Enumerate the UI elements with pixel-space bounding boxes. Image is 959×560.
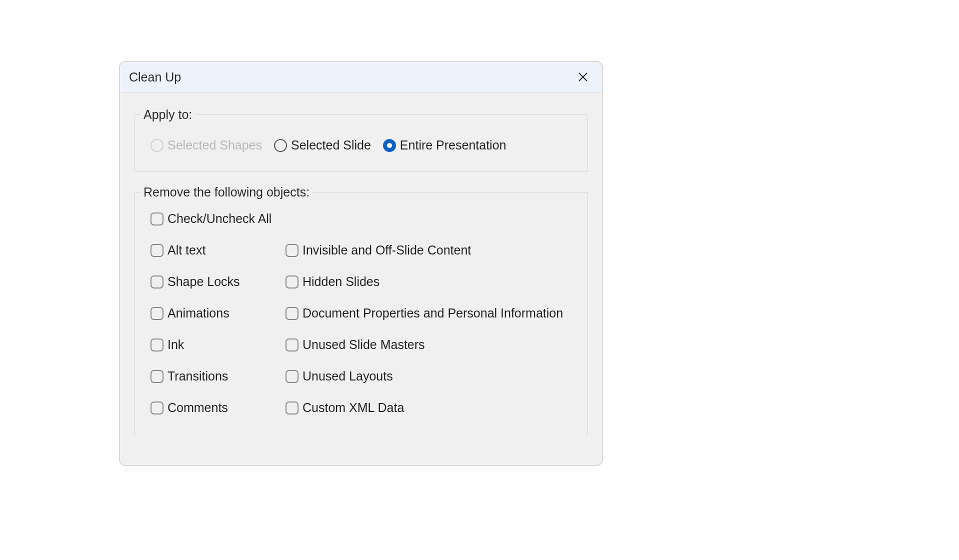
checkbox-check-all[interactable]: Check/Uncheck All xyxy=(150,212,576,226)
checkbox-label: Invisible and Off-Slide Content xyxy=(302,243,471,258)
checkbox-label: Custom XML Data xyxy=(302,400,404,415)
checkbox-ink[interactable]: Ink xyxy=(150,338,286,352)
remove-objects-group: Remove the following objects: Check/Unch… xyxy=(134,185,588,437)
radio-icon xyxy=(274,139,287,152)
checkbox-icon xyxy=(150,402,164,414)
close-button[interactable] xyxy=(573,67,593,87)
checkbox-doc-properties[interactable]: Document Properties and Personal Informa… xyxy=(286,306,576,320)
checkbox-alt-text[interactable]: Alt text xyxy=(150,243,286,258)
checkbox-label: Comments xyxy=(168,400,228,415)
checkbox-transitions[interactable]: Transitions xyxy=(150,369,286,384)
radio-icon xyxy=(150,139,164,152)
checkbox-icon xyxy=(286,338,298,352)
checkbox-icon xyxy=(150,276,164,288)
checkbox-animations[interactable]: Animations xyxy=(150,306,286,320)
checkbox-label: Ink xyxy=(168,338,184,352)
checkbox-icon xyxy=(150,307,164,320)
checkbox-label: Transitions xyxy=(168,369,228,384)
radio-label: Selected Slide xyxy=(291,138,371,152)
radio-entire-presentation[interactable]: Entire Presentation xyxy=(383,138,506,152)
apply-to-group: Apply to: Selected Shapes Selected Slide… xyxy=(134,108,588,172)
checkbox-col-left: Alt text Shape Locks Animations Ink xyxy=(150,243,286,432)
checkbox-shape-locks[interactable]: Shape Locks xyxy=(150,274,286,289)
checkbox-icon xyxy=(150,212,164,226)
checkbox-icon xyxy=(150,338,164,352)
checkbox-label: Unused Slide Masters xyxy=(302,338,425,352)
dialog-title: Clean Up xyxy=(129,70,181,84)
checkbox-icon xyxy=(286,244,298,257)
checkbox-icon xyxy=(286,370,298,383)
checkbox-invisible-offslide[interactable]: Invisible and Off-Slide Content xyxy=(286,243,576,258)
radio-icon xyxy=(383,139,396,152)
checkbox-unused-layouts[interactable]: Unused Layouts xyxy=(286,369,576,384)
radio-selected-shapes: Selected Shapes xyxy=(150,138,262,152)
remove-objects-legend: Remove the following objects: xyxy=(140,185,312,200)
checkbox-label: Shape Locks xyxy=(168,274,240,289)
dialog-content: Apply to: Selected Shapes Selected Slide… xyxy=(120,92,602,465)
close-icon xyxy=(578,72,588,82)
checkbox-icon xyxy=(286,402,298,414)
radio-label: Entire Presentation xyxy=(400,138,506,152)
checkbox-label: Document Properties and Personal Informa… xyxy=(302,306,563,320)
checkbox-label: Check/Uncheck All xyxy=(168,212,272,226)
checkbox-icon xyxy=(150,370,164,383)
radio-label: Selected Shapes xyxy=(168,138,262,152)
checkbox-label: Animations xyxy=(168,306,230,320)
checkbox-columns: Alt text Shape Locks Animations Ink xyxy=(150,243,576,432)
apply-to-legend: Apply to: xyxy=(140,108,195,122)
checkbox-icon xyxy=(150,244,164,257)
radio-selected-slide[interactable]: Selected Slide xyxy=(274,138,371,152)
checkbox-hidden-slides[interactable]: Hidden Slides xyxy=(286,274,576,289)
cleanup-dialog: Clean Up Apply to: Selected Shapes Selec… xyxy=(120,62,602,466)
checkbox-unused-masters[interactable]: Unused Slide Masters xyxy=(286,338,576,352)
checkbox-label: Unused Layouts xyxy=(302,369,393,384)
apply-to-row: Selected Shapes Selected Slide Entire Pr… xyxy=(134,122,588,172)
checkbox-custom-xml[interactable]: Custom XML Data xyxy=(286,400,576,415)
checkbox-label: Alt text xyxy=(168,243,206,258)
checkbox-icon xyxy=(286,307,298,320)
checkbox-comments[interactable]: Comments xyxy=(150,400,286,415)
checkbox-col-right: Invisible and Off-Slide Content Hidden S… xyxy=(286,243,576,432)
checkbox-label: Hidden Slides xyxy=(302,274,380,289)
remove-objects-body: Check/Uncheck All Alt text Shape Locks xyxy=(134,200,588,437)
checkbox-icon xyxy=(286,276,298,288)
dialog-titlebar: Clean Up xyxy=(120,62,602,92)
